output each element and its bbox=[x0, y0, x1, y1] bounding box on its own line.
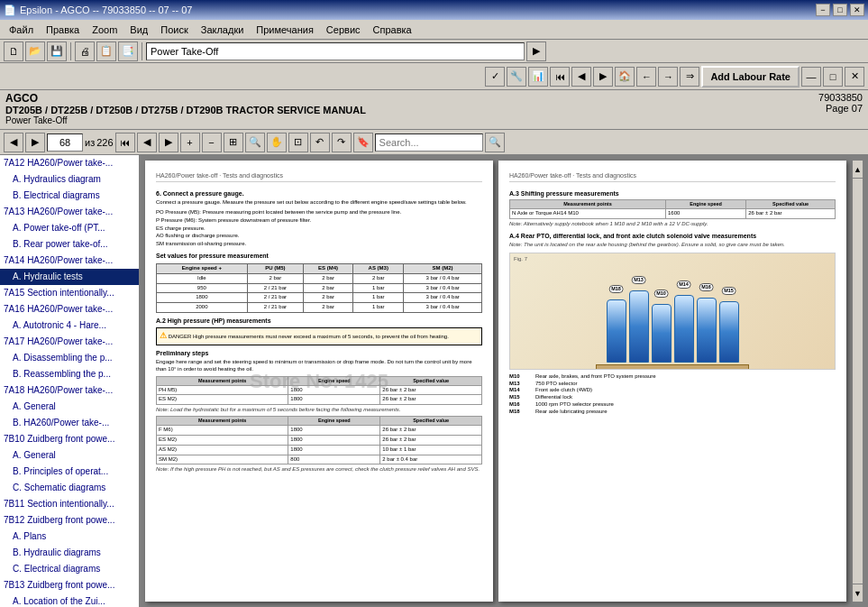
close-button[interactable]: ✕ bbox=[850, 4, 864, 16]
eps-icon6[interactable]: 🏠 bbox=[615, 67, 635, 87]
sidebar-item-18[interactable]: A. General bbox=[0, 447, 139, 464]
cylinder-m10: M10 bbox=[652, 304, 672, 363]
menu-help[interactable]: Справка bbox=[368, 23, 417, 37]
sidebar-item-22[interactable]: 7B12 Zuidberg front powe... bbox=[0, 512, 139, 529]
minimize-button[interactable]: − bbox=[816, 4, 830, 16]
col-sm: SM (M2) bbox=[404, 264, 482, 274]
menu-zoom[interactable]: Zoom bbox=[87, 23, 123, 37]
sidebar-item-5[interactable]: B. Rear power take-of... bbox=[0, 236, 139, 253]
nav-first[interactable]: ⏮ bbox=[115, 133, 135, 152]
sidebar-item-12[interactable]: A. Disassembling the p... bbox=[0, 350, 139, 366]
menu-notes[interactable]: Примечания bbox=[251, 23, 319, 37]
eps-icon12[interactable]: ✕ bbox=[845, 67, 864, 87]
eps-icon2[interactable]: 📊 bbox=[528, 67, 548, 87]
menu-bar: Файл Правка Zoom Вид Поиск Закладки Прим… bbox=[0, 20, 868, 40]
sidebar-item-6[interactable]: 7A14 HA260/Power take-... bbox=[0, 253, 139, 269]
search-input[interactable] bbox=[375, 133, 483, 152]
open-button[interactable]: 📂 bbox=[25, 41, 45, 61]
title-bar-controls[interactable]: − □ ✕ bbox=[816, 4, 864, 16]
tb-nav1[interactable]: ↶ bbox=[310, 133, 330, 152]
sidebar-item-20[interactable]: C. Schematic diagrams bbox=[0, 480, 139, 496]
eps-icon10[interactable]: — bbox=[801, 67, 821, 87]
add-labour-button[interactable]: Add Labour Rate bbox=[701, 66, 799, 87]
scroll-up[interactable]: ▲ bbox=[853, 161, 863, 179]
sidebar-item-11[interactable]: 7A17 HA260/Power take-... bbox=[0, 334, 139, 350]
right-scrollbar[interactable]: ▲ ▼ bbox=[852, 161, 863, 602]
eps-icon3[interactable]: ⏮ bbox=[550, 67, 570, 87]
sidebar-item-1[interactable]: A. Hydraulics diagram bbox=[0, 171, 139, 188]
sidebar-item-2[interactable]: B. Electrical diagrams bbox=[0, 188, 139, 204]
sidebar-item-25[interactable]: C. Electrical diagrams bbox=[0, 561, 139, 577]
sidebar-item-10[interactable]: A. Autotronic 4 - Hare... bbox=[0, 317, 139, 334]
nav-next[interactable]: ▶ bbox=[159, 133, 178, 152]
zoom-page[interactable]: 🔍 bbox=[245, 133, 265, 152]
go-button[interactable]: ▶ bbox=[526, 41, 546, 61]
menu-view[interactable]: Вид bbox=[124, 23, 153, 37]
search-button[interactable]: 🔍 bbox=[485, 133, 505, 152]
eps-icon4[interactable]: ◀ bbox=[571, 67, 591, 87]
sidebar-item-15[interactable]: A. General bbox=[0, 399, 139, 415]
zoom-fit[interactable]: ⊞ bbox=[224, 133, 243, 152]
eps-icon9[interactable]: ⇒ bbox=[680, 67, 699, 87]
sidebar-item-7[interactable]: A. Hydraulic tests bbox=[0, 269, 139, 285]
sidebar-item-23[interactable]: A. Plans bbox=[0, 529, 139, 545]
nav-prev[interactable]: ◀ bbox=[137, 133, 157, 152]
eps-icon7[interactable]: ← bbox=[636, 67, 656, 87]
sidebar-item-16[interactable]: B. HA260/Power take-... bbox=[0, 415, 139, 431]
maximize-button[interactable]: □ bbox=[833, 4, 847, 16]
eps-icon5[interactable]: ▶ bbox=[593, 67, 613, 87]
po-pressure: PO Pressure (M5): Pressure measuring poi… bbox=[156, 209, 482, 216]
tb-nav3[interactable]: 🔖 bbox=[353, 133, 373, 152]
sidebar-item-26[interactable]: 7B13 Zuidberg front powe... bbox=[0, 577, 139, 593]
eps-icon1[interactable]: 🔧 bbox=[507, 67, 526, 87]
m15-label: M15 bbox=[721, 287, 736, 295]
base-bar bbox=[596, 364, 749, 370]
right-page: HA260/Power take-off · Tests and diagnos… bbox=[498, 161, 846, 602]
zoom-out[interactable]: − bbox=[202, 133, 222, 152]
table-row: ES M2)180026 bar ± 2 bar bbox=[157, 435, 482, 445]
legend-m13: M13 750 PTO selector bbox=[509, 381, 836, 388]
menu-edit[interactable]: Правка bbox=[41, 23, 85, 37]
back-button[interactable]: ◀ bbox=[4, 133, 23, 152]
save-button[interactable]: 💾 bbox=[47, 41, 67, 61]
eps-check-icon[interactable]: ✓ bbox=[485, 67, 505, 87]
pan-tool[interactable]: ✋ bbox=[267, 133, 287, 152]
sidebar-item-3[interactable]: 7A13 HA260/Power take-... bbox=[0, 204, 139, 220]
page-input[interactable]: 68 bbox=[47, 133, 83, 152]
doc-path[interactable]: Power Take-Off bbox=[146, 42, 525, 60]
tb-btn3[interactable]: 📑 bbox=[118, 41, 138, 61]
zoom-in[interactable]: + bbox=[180, 133, 200, 152]
menu-bookmarks[interactable]: Закладки bbox=[196, 23, 250, 37]
sidebar-item-24[interactable]: B. Hydraulic diagrams bbox=[0, 545, 139, 561]
m13-label: M13 bbox=[631, 276, 646, 284]
sidebar-item-13[interactable]: B. Reassembling the p... bbox=[0, 366, 139, 382]
page-total: 226 bbox=[96, 137, 113, 148]
forward-button[interactable]: ▶ bbox=[25, 133, 45, 152]
a2-title: A.2 High pressure (HP) measurements bbox=[156, 317, 482, 325]
scroll-track bbox=[853, 179, 863, 584]
sidebar-item-27[interactable]: A. Location of the Zui... bbox=[0, 593, 139, 607]
sidebar-item-8[interactable]: 7A15 Section intentionally... bbox=[0, 285, 139, 301]
menu-file[interactable]: Файл bbox=[4, 23, 39, 37]
sidebar-item-19[interactable]: B. Principles of operat... bbox=[0, 464, 139, 480]
tb-nav2[interactable]: ↷ bbox=[332, 133, 352, 152]
sidebar-item-9[interactable]: 7A16 HA260/Power take-... bbox=[0, 301, 139, 317]
app-icon: 📄 bbox=[4, 5, 16, 16]
tb-btn2[interactable]: 📋 bbox=[96, 41, 116, 61]
sidebar-item-21[interactable]: 7B11 Section intentionally... bbox=[0, 496, 139, 512]
sidebar-item-17[interactable]: 7B10 Zuidberg front powe... bbox=[0, 431, 139, 447]
menu-search[interactable]: Поиск bbox=[155, 23, 193, 37]
eps-icon11[interactable]: □ bbox=[823, 67, 843, 87]
prelim-text: Engage here range and set the steering s… bbox=[156, 359, 482, 373]
sidebar-item-0[interactable]: 7A12 HA260/Power take-... bbox=[0, 155, 139, 171]
sidebar-item-14[interactable]: 7A18 HA260/Power take-... bbox=[0, 382, 139, 399]
select-tool[interactable]: ⊡ bbox=[288, 133, 308, 152]
menu-service[interactable]: Сервис bbox=[321, 23, 366, 37]
eps-icon8[interactable]: → bbox=[658, 67, 678, 87]
col-as: AS (M3) bbox=[353, 264, 404, 274]
print-button[interactable]: 🖨 bbox=[75, 41, 95, 61]
new-button[interactable]: 🗋 bbox=[4, 41, 23, 61]
scroll-down[interactable]: ▼ bbox=[853, 584, 863, 602]
sidebar-item-4[interactable]: A. Power take-off (PT... bbox=[0, 220, 139, 236]
left-page: Store No: 1425 HA260/Power take-off · Te… bbox=[145, 161, 493, 602]
